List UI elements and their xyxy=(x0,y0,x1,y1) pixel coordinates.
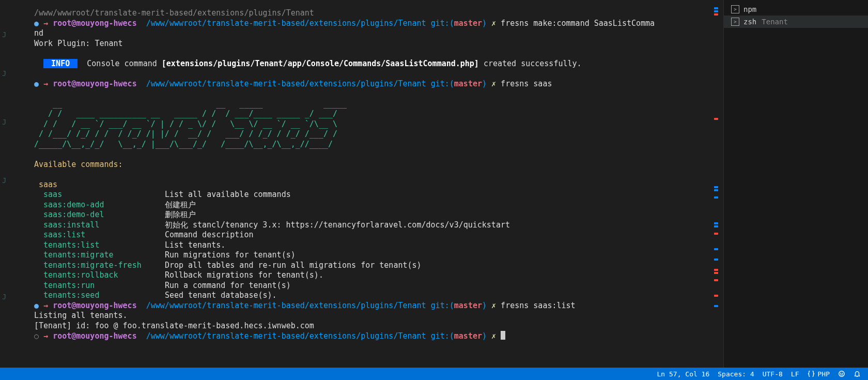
braces-icon xyxy=(808,370,815,377)
status-eol[interactable]: LF xyxy=(791,370,799,378)
command-row: tenants:migrate Run migrations for tenan… xyxy=(34,250,707,261)
prompt-line: ○ → root@mouyong-hwecs /www/wwwroot/tran… xyxy=(34,331,707,342)
cmd-wrap: nd xyxy=(34,28,707,39)
blank xyxy=(34,49,707,59)
minimap[interactable] xyxy=(711,0,723,368)
folding-gutter: JJJJJ xyxy=(0,0,11,368)
command-row: saas:list Command description xyxy=(34,230,707,240)
command-row: tenants:migrate-fresh Drop all tables an… xyxy=(34,261,707,271)
terminal-tabs-panel: >npm>zshTenant xyxy=(723,0,868,368)
output-line: Listing all tenants. xyxy=(34,311,707,321)
section-header: saas xyxy=(34,180,707,190)
status-language[interactable]: PHP xyxy=(808,370,830,378)
svg-point-1 xyxy=(841,373,841,374)
available-commands-header: Available commands: xyxy=(34,160,707,170)
ascii-art-line: / /___/ /_/ / / / /_/ /| |/ / __/ / ___/… xyxy=(34,129,707,140)
info-line: INFO Console command [extensions/plugins… xyxy=(34,59,707,69)
prompt-line: ● → root@mouyong-hwecs /www/wwwroot/tran… xyxy=(34,79,707,89)
status-cursor-position[interactable]: Ln 57, Col 16 xyxy=(657,370,710,378)
prompt-line: ● → root@mouyong-hwecs /www/wwwroot/tran… xyxy=(34,19,707,29)
output-line: Work Plugin: Tenant xyxy=(34,39,707,49)
command-row: saas:install 初始化 stancl/tenancy 3.x: htt… xyxy=(34,220,707,231)
feedback-icon xyxy=(838,370,845,377)
svg-point-2 xyxy=(842,373,843,374)
terminal-icon: > xyxy=(731,18,739,26)
ascii-art-line: __ __ _____ _____ xyxy=(34,99,707,110)
app-frame: JJJJJ /www/wwwroot/translate-merit-based… xyxy=(0,0,868,380)
command-row: saas:demo-del 删除租户 xyxy=(34,210,707,220)
prompt-line: ● → root@mouyong-hwecs /www/wwwroot/tran… xyxy=(34,301,707,311)
command-row: tenants:seed Seed tenant database(s). xyxy=(34,291,707,301)
status-bar: Ln 57, Col 16 Spaces: 4 UTF-8 LF PHP xyxy=(0,368,868,380)
blank xyxy=(34,89,707,99)
terminal-icon: > xyxy=(731,5,739,13)
blank xyxy=(34,69,707,79)
svg-point-0 xyxy=(839,371,845,377)
terminal[interactable]: /www/wwwroot/translate-merit-based/exten… xyxy=(11,0,711,368)
status-encoding[interactable]: UTF-8 xyxy=(763,370,783,378)
status-feedback[interactable] xyxy=(838,370,845,377)
blank xyxy=(34,149,707,160)
command-row: saas List all available commands xyxy=(34,190,707,200)
ascii-art-line: /_____/\__,_/_/ \__,_/ |___/\___/_/ /___… xyxy=(34,140,707,150)
command-row: tenants:rollback Rollback migrations for… xyxy=(34,270,707,281)
command-row: tenants:list List tenants. xyxy=(34,240,707,251)
main-row: JJJJJ /www/wwwroot/translate-merit-based… xyxy=(0,0,868,368)
output-line: [Tenant] id: foo @ foo.translate-merit-b… xyxy=(34,321,707,331)
pwd-line: /www/wwwroot/translate-merit-based/exten… xyxy=(34,8,707,19)
terminal-tab-npm[interactable]: >npm xyxy=(724,3,868,16)
command-row: tenants:run Run a command for tenant(s) xyxy=(34,281,707,291)
bell-icon xyxy=(854,370,861,377)
terminal-tab-zsh[interactable]: >zshTenant xyxy=(724,16,868,28)
ascii-art-line: / / ____ __________ __ _____ / / / ___/_… xyxy=(34,109,707,119)
status-indentation[interactable]: Spaces: 4 xyxy=(718,370,754,378)
blank xyxy=(34,170,707,180)
command-row: saas:demo-add 创建租户 xyxy=(34,200,707,210)
status-notifications[interactable] xyxy=(854,370,861,377)
ascii-art-line: / / / __ `/ ___/ __ `/ | / / _ \/ / \__ … xyxy=(34,119,707,130)
